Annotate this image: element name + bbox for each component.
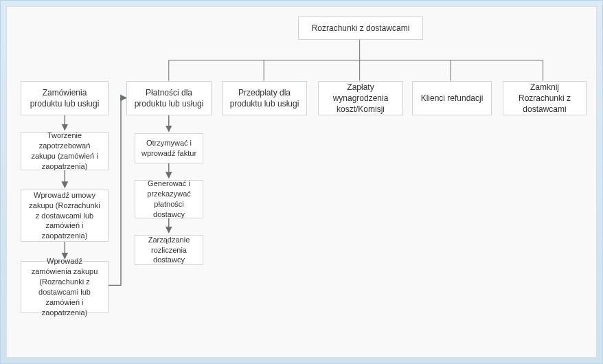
node-orders-step3-label: Wprowadź zamówienia zakupu (Rozrachunki … — [27, 256, 102, 317]
node-payments-header: Płatności dla produktu lub usługi — [126, 81, 212, 115]
node-wages-header-label: Zapłaty wynagrodzenia koszt/Komisji — [324, 82, 397, 115]
node-wages-header: Zapłaty wynagrodzenia koszt/Komisji — [318, 81, 403, 115]
node-refunds-header: Klienci refundacji — [412, 81, 492, 115]
node-payments-header-label: Płatności dla produktu lub usługi — [133, 87, 205, 109]
node-prepay-header: Przedpłaty dla produktu lub usługi — [222, 81, 307, 115]
diagram-page: Rozrachunki z dostawcami Zamówienia prod… — [0, 0, 603, 364]
node-prepay-header-label: Przedpłaty dla produktu lub usługi — [228, 87, 301, 109]
node-root-label: Rozrachunki z dostawcami — [312, 23, 410, 34]
node-orders-step2: Wprowadź umowy zakupu (Rozrachunki z dos… — [21, 190, 109, 242]
node-refunds-header-label: Klienci refundacji — [421, 93, 483, 104]
diagram-panel: Rozrachunki z dostawcami Zamówienia prod… — [6, 6, 597, 358]
node-root: Rozrachunki z dostawcami — [298, 16, 423, 40]
node-close-header-label: Zamknij Rozrachunki z dostawcami — [509, 82, 580, 115]
node-orders-step1: Tworzenie zapotrzebowań zakupu (zamówień… — [21, 132, 109, 170]
node-payments-step3: Zarządzanie rozliczenia dostawcy — [135, 235, 203, 265]
node-payments-step2-label: Generować i przekazywać płatności dostaw… — [141, 179, 197, 219]
node-orders-header: Zamówienia produktu lub usługi — [21, 81, 109, 115]
node-orders-step3: Wprowadź zamówienia zakupu (Rozrachunki … — [21, 261, 109, 313]
node-payments-step3-label: Zarządzanie rozliczenia dostawcy — [141, 235, 197, 266]
node-close-header: Zamknij Rozrachunki z dostawcami — [503, 81, 587, 115]
node-orders-step1-label: Tworzenie zapotrzebowań zakupu (zamówień… — [27, 130, 102, 171]
node-orders-step2-label: Wprowadź umowy zakupu (Rozrachunki z dos… — [27, 190, 102, 241]
node-payments-step2: Generować i przekazywać płatności dostaw… — [135, 180, 203, 218]
node-payments-step1: Otrzymywać i wprowadź faktur — [135, 133, 203, 163]
node-payments-step1-label: Otrzymywać i wprowadź faktur — [141, 138, 197, 159]
node-orders-header-label: Zamówienia produktu lub usługi — [27, 87, 102, 109]
